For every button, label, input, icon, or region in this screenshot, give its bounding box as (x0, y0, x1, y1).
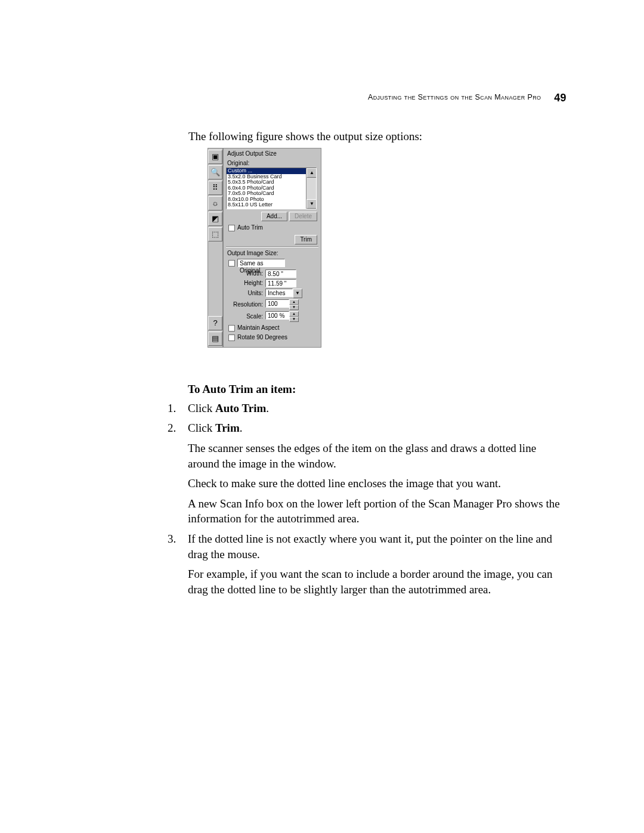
step-text: . (266, 402, 269, 414)
list-item[interactable]: 7.0x5.0 Photo/Card (227, 191, 306, 197)
same-as-original-checkbox[interactable] (228, 260, 235, 267)
delete-button[interactable]: Delete (289, 212, 317, 221)
step-number: 3. (168, 531, 188, 562)
step-3: 3. If the dotted line is not exactly whe… (168, 531, 567, 562)
list-item[interactable]: 8.5x11.0 US Letter (227, 202, 306, 208)
list-item[interactable]: 6.0x4.0 Photo/Card (227, 185, 306, 191)
auto-trim-checkbox[interactable] (228, 225, 235, 231)
maintain-aspect-label: Maintain Aspect (237, 324, 280, 332)
running-header-text: Adjusting the Settings on the Scan Manag… (368, 93, 541, 101)
add-button[interactable]: Add... (261, 212, 287, 221)
chevron-down-icon[interactable]: ▼ (293, 289, 302, 298)
page-number: 49 (554, 92, 566, 104)
subheading: To Auto Trim an item: (188, 382, 567, 397)
body-content: To Auto Trim an item: 1. Click Auto Trim… (168, 382, 567, 602)
width-field[interactable]: 8.50 " (265, 270, 296, 278)
tool-crop-icon[interactable]: ▣ (208, 150, 222, 164)
step-number: 1. (168, 401, 188, 416)
tool-settings-icon[interactable]: ▤ (208, 332, 222, 346)
ui-term: Trim (215, 422, 240, 434)
spin-up-icon[interactable]: ▲ (289, 299, 299, 305)
panel-title: Adjust Output Size (226, 150, 318, 159)
paragraph: For example, if you want the scan to inc… (188, 566, 567, 597)
scale-field[interactable]: 100 % (265, 311, 289, 320)
tool-zoom-icon[interactable]: 🔍 (208, 165, 222, 179)
scroll-up-icon[interactable]: ▲ (306, 168, 317, 178)
resolution-field[interactable]: 100 (265, 299, 289, 308)
scrollbar[interactable]: ▲ ▼ (306, 168, 316, 209)
step-2: 2. Click Trim. (168, 420, 567, 436)
spin-down-icon[interactable]: ▼ (289, 317, 299, 322)
paragraph: Check to make sure the dotted line enclo… (188, 476, 567, 491)
scale-label: Scale: (227, 313, 265, 320)
output-size-figure: ▣ 🔍 ⠿ ☼ ◩ ⬚ ? ▤ Adjust Output Size Origi… (208, 148, 321, 348)
list-item[interactable]: 5.0x3.5 Photo/Card (227, 179, 306, 185)
ui-term: Auto Trim (215, 402, 266, 414)
height-field[interactable]: 11.59 " (265, 279, 296, 287)
spin-up-icon[interactable]: ▲ (289, 311, 299, 317)
original-listbox[interactable]: Custom ... 3.5x2.0 Business Card 5.0x3.5… (226, 168, 317, 209)
auto-trim-label: Auto Trim (237, 224, 263, 231)
step-text: Click (188, 402, 215, 414)
paragraph: The scanner senses the edges of the item… (188, 441, 567, 471)
adjust-output-size-panel: Adjust Output Size Original: Custom ... … (223, 148, 321, 348)
units-select[interactable]: Inches (265, 289, 293, 297)
rotate-90-checkbox[interactable] (228, 335, 235, 341)
resolution-label: Resolution: (227, 301, 265, 308)
paragraph: If the dotted line is not exactly where … (188, 531, 567, 562)
tool-adjust-icon[interactable]: ◩ (208, 212, 222, 226)
running-header: Adjusting the Settings on the Scan Manag… (233, 91, 566, 105)
toolbar: ▣ 🔍 ⠿ ☼ ◩ ⬚ ? ▤ (208, 148, 223, 348)
same-as-original-label: Same as Original (237, 259, 285, 267)
list-item[interactable]: 8.0x10.0 Photo (227, 197, 306, 203)
scroll-down-icon[interactable]: ▼ (306, 199, 317, 209)
height-label: Height: (227, 280, 265, 287)
units-label: Units: (227, 290, 265, 297)
tool-help-icon[interactable]: ? (208, 316, 222, 330)
original-label: Original: (226, 159, 318, 168)
lead-paragraph: The following figure shows the output si… (188, 129, 422, 144)
step-number: 2. (168, 420, 188, 436)
step-text: . (240, 422, 243, 434)
tool-halftone-icon[interactable]: ⠿ (208, 181, 222, 195)
spin-down-icon[interactable]: ▼ (289, 305, 299, 310)
rotate-90-label: Rotate 90 Degrees (237, 334, 287, 341)
output-image-size-label: Output Image Size: (226, 249, 318, 258)
step-1: 1. Click Auto Trim. (168, 401, 567, 416)
paragraph: A new Scan Info box on the lower left po… (188, 496, 567, 527)
list-item[interactable]: Custom ... (227, 168, 306, 174)
trim-button[interactable]: Trim (295, 235, 317, 244)
step-text: Click (188, 422, 215, 434)
tool-size-icon[interactable]: ⬚ (208, 227, 222, 241)
width-label: Width: (227, 270, 265, 277)
tool-brightness-icon[interactable]: ☼ (208, 196, 222, 210)
list-item[interactable]: 3.5x2.0 Business Card (227, 174, 306, 180)
maintain-aspect-checkbox[interactable] (228, 325, 235, 332)
